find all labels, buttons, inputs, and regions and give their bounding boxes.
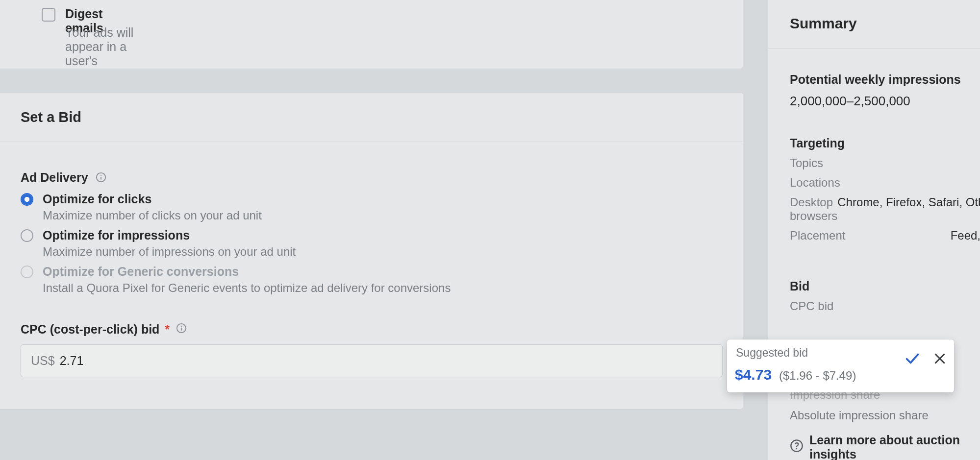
targeting-label: Targeting bbox=[790, 136, 980, 150]
digest-checkbox[interactable] bbox=[42, 8, 55, 22]
placements-card-bottom: Digest emails Your ads will appear in a … bbox=[0, 0, 743, 69]
cpc-bid-label: CPC (cost-per-click) bid * bbox=[21, 322, 187, 337]
impressions-value: 2,000,000–2,500,000 bbox=[790, 94, 980, 109]
summary-bid: Bid CPC bid bbox=[790, 279, 980, 313]
targeting-browsers-row: Desktop browsers Chrome, Firefox, Safari… bbox=[790, 195, 980, 223]
suggested-bid-title: Suggested bid bbox=[736, 346, 808, 360]
currency-prefix: US$ bbox=[31, 354, 55, 368]
dismiss-suggested-bid[interactable] bbox=[932, 351, 947, 368]
cpc-bid-input-wrap[interactable]: US$ bbox=[21, 344, 723, 377]
info-icon[interactable] bbox=[96, 171, 106, 186]
svg-point-5 bbox=[181, 326, 182, 327]
summary-bid-label: Bid bbox=[790, 279, 980, 293]
option-impressions-label: Optimize for impressions bbox=[43, 228, 190, 242]
radio-impressions[interactable] bbox=[21, 229, 33, 242]
ad-delivery-label: Ad Delivery bbox=[21, 170, 106, 186]
svg-point-2 bbox=[100, 175, 101, 176]
set-bid-header: Set a Bid bbox=[0, 93, 743, 142]
required-marker: * bbox=[165, 322, 170, 336]
absolute-impression-share-label: Absolute impression share bbox=[790, 409, 929, 422]
summary-targeting: Targeting Topics Locations Desktop brows… bbox=[790, 136, 980, 242]
radio-conversions bbox=[21, 266, 33, 278]
main-column: Digest emails Your ads will appear in a … bbox=[0, 0, 743, 460]
set-bid-title: Set a Bid bbox=[21, 109, 81, 125]
suggested-bid-amount: $4.73 bbox=[735, 366, 772, 383]
set-bid-card: Set a Bid Ad Delivery Optimize for click… bbox=[0, 92, 743, 410]
impressions-label: Potential weekly impressions bbox=[790, 73, 980, 87]
option-clicks-label: Optimize for clicks bbox=[43, 192, 151, 206]
option-conversions-label: Optimize for Generic conversions bbox=[43, 265, 239, 279]
summary-impressions: Potential weekly impressions 2,000,000–2… bbox=[790, 73, 980, 109]
accept-suggested-bid[interactable] bbox=[904, 350, 921, 369]
learn-more-link[interactable]: Learn more about auction insights bbox=[790, 433, 980, 460]
svg-point-7 bbox=[796, 448, 798, 450]
targeting-locations-row: Locations bbox=[790, 176, 980, 190]
summary-cpc-row: CPC bid bbox=[790, 299, 980, 313]
targeting-browsers-value: Chrome, Firefox, Safari, Other bbox=[837, 195, 980, 223]
option-impressions-desc: Maximize number of impressions on your a… bbox=[43, 245, 296, 259]
suggested-bid-range: ($1.96 - $7.49) bbox=[779, 369, 856, 383]
option-clicks-desc: Maximize number of clicks on your ad uni… bbox=[43, 209, 262, 222]
radio-clicks[interactable] bbox=[21, 193, 33, 206]
targeting-topics-row: Topics bbox=[790, 156, 980, 170]
targeting-placement-row: Placement Feed, bbox=[790, 229, 980, 242]
section-gap bbox=[0, 69, 743, 92]
option-conversions-desc: Install a Quora Pixel for Generic events… bbox=[43, 281, 451, 295]
summary-divider bbox=[768, 48, 980, 48]
help-icon bbox=[790, 439, 804, 456]
cpc-bid-input[interactable] bbox=[60, 354, 158, 368]
suggested-bid-popover: Suggested bid $4.73 ($1.96 - $7.49) bbox=[727, 339, 954, 392]
targeting-placement-value: Feed, bbox=[888, 229, 980, 242]
summary-title: Summary bbox=[790, 15, 857, 32]
info-icon[interactable] bbox=[176, 322, 187, 337]
